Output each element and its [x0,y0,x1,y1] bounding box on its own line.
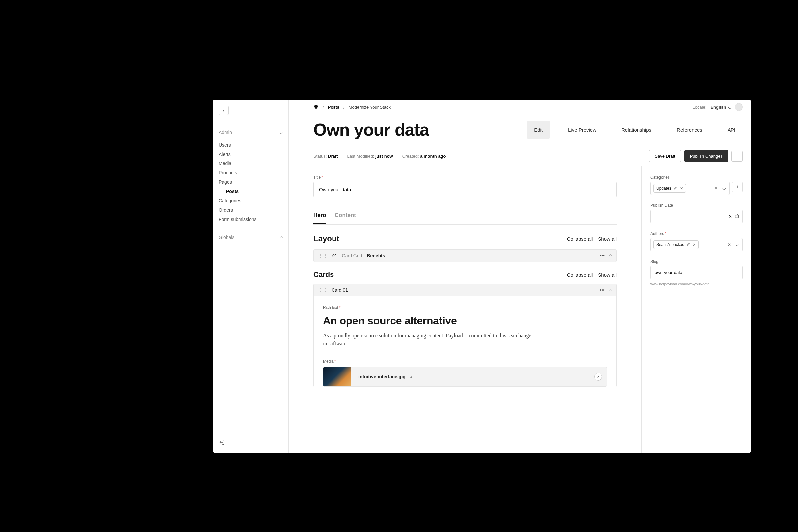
chevron-up-icon [280,234,282,240]
slug-label: Slug [650,259,743,264]
category-chip: Updates ✕ [653,184,686,193]
sidebar-item-orders[interactable]: Orders [219,205,282,215]
nav-group-globals[interactable]: Globals [219,233,282,241]
drag-handle-icon[interactable]: ⋮⋮ [318,253,328,258]
tab-references[interactable]: References [669,121,709,138]
media-filename[interactable]: intuitive-interface.jpg [358,374,412,379]
edit-icon[interactable] [687,243,690,247]
calendar-icon[interactable] [735,214,739,220]
title-input[interactable] [313,182,617,197]
more-actions-button[interactable]: ⋮ [731,151,743,162]
publish-date-field: Publish Date ✕ [650,203,743,223]
block-more-icon[interactable]: ••• [600,253,605,258]
rich-text-editor[interactable]: An open source alternative As a proudly … [323,315,607,347]
block-index: 01 [332,253,337,258]
breadcrumb-collection[interactable]: Posts [328,105,339,110]
form-tab-content[interactable]: Content [335,209,356,224]
title-row: Own your data Edit Live Preview Relation… [289,114,751,146]
media-label: Media* [323,359,607,363]
publish-button[interactable]: Publish Changes [684,150,728,162]
title-label: Title* [313,175,617,180]
copy-icon[interactable] [408,374,412,379]
main: / Posts / Modernize Your Stack Locale: E… [289,100,751,453]
add-category-button[interactable]: + [732,182,743,192]
rich-text-label: Rich text* [323,305,607,310]
sidebar-collapse-button[interactable]: ‹ [219,106,229,115]
logout-icon[interactable] [219,440,225,446]
layout-section: Layout Collapse all Show all ⋮⋮ 01 Card … [313,234,617,387]
page-title: Own your data [313,120,429,139]
edit-icon[interactable] [674,186,677,190]
media-thumbnail[interactable] [323,367,351,387]
status-bar: Status: Draft Last Modified: just now Cr… [289,146,751,167]
required-icon: * [334,359,336,363]
remove-chip-icon[interactable]: ✕ [692,243,695,247]
cards-section: Cards Collapse all Show all ⋮⋮ Card 01 [313,270,617,387]
block-name: Benefits [367,253,385,258]
cards-collapse-all[interactable]: Collapse all [567,272,593,278]
kebab-icon: ⋮ [735,153,740,159]
drag-handle-icon[interactable]: ⋮⋮ [318,287,328,293]
chevron-left-icon: ‹ [223,108,224,113]
publish-date-input[interactable]: ✕ [650,210,743,223]
layout-heading: Layout [313,234,339,243]
card-title: Card 01 [332,287,348,293]
cards-show-all[interactable]: Show all [598,272,617,278]
created-field: Created: a month ago [402,153,446,158]
media-item: intuitive-interface.jpg ✕ [323,367,607,387]
locale-selector[interactable]: English [710,105,731,110]
slug-field: Slug www.notpayload.com/own-your-data [650,259,743,286]
breadcrumb-item[interactable]: Modernize Your Stack [349,105,391,110]
sidebar-item-posts[interactable]: Posts [219,187,282,196]
sidebar-item-pages[interactable]: Pages [219,177,282,187]
clear-icon[interactable]: ✕ [728,213,732,220]
chevron-down-icon [728,105,731,110]
tab-live-preview[interactable]: Live Preview [561,121,604,138]
form-column: Title* Hero Content Layout Collapse all … [289,167,642,453]
block-type: Card Grid [342,253,363,258]
title-field: Title* [313,175,617,197]
sidebar-item-alerts[interactable]: Alerts [219,150,282,159]
svg-rect-3 [736,215,739,217]
tab-relationships[interactable]: Relationships [614,121,659,138]
layout-show-all[interactable]: Show all [598,236,617,242]
block-collapse-icon[interactable] [610,253,612,258]
avatar[interactable] [735,103,743,111]
clear-icon[interactable]: ✕ [713,186,719,191]
slug-input[interactable] [650,266,743,280]
remove-chip-icon[interactable]: ✕ [680,186,683,191]
nav-group-label: Admin [219,130,232,135]
authors-field: Authors* Sean Zubrickas ✕ ✕ [650,231,743,251]
app-logo-icon[interactable] [313,104,318,110]
sidebar-item-users[interactable]: Users [219,140,282,150]
authors-select[interactable]: Sean Zubrickas ✕ ✕ [650,238,743,251]
breadcrumb-separator: / [344,105,345,110]
chevron-down-icon[interactable] [735,242,740,247]
layout-collapse-all[interactable]: Collapse all [567,236,593,242]
tab-edit[interactable]: Edit [527,121,550,138]
main-header: / Posts / Modernize Your Stack Locale: E… [289,100,751,114]
sidebar-item-categories[interactable]: Categories [219,196,282,205]
status-field: Status: Draft [313,153,338,158]
sidebar-item-media[interactable]: Media [219,159,282,168]
required-icon: * [321,175,323,180]
modified-field: Last Modified: just now [347,153,393,158]
tab-api[interactable]: API [720,121,743,138]
categories-field: Categories Updates ✕ ✕ [650,175,743,195]
chevron-down-icon[interactable] [722,186,726,191]
media-remove-button[interactable]: ✕ [594,373,602,381]
slug-preview: www.notpayload.com/own-your-data [650,282,743,286]
card-more-icon[interactable]: ••• [600,287,605,293]
save-draft-button[interactable]: Save Draft [649,150,681,162]
categories-label: Categories [650,175,743,180]
nav-group-admin[interactable]: Admin [219,128,282,136]
close-icon: ✕ [597,375,600,379]
sidebar-item-products[interactable]: Products [219,168,282,177]
form-tab-hero[interactable]: Hero [313,209,326,224]
sidebar-item-form-submissions[interactable]: Form submissions [219,215,282,224]
card-block-header: ⋮⋮ Card 01 ••• [314,284,616,296]
card-collapse-icon[interactable] [610,287,612,293]
clear-icon[interactable]: ✕ [726,242,732,247]
categories-select[interactable]: Updates ✕ ✕ [650,182,729,195]
app-window: ‹ Admin Users Alerts Media Products Page… [213,100,751,453]
